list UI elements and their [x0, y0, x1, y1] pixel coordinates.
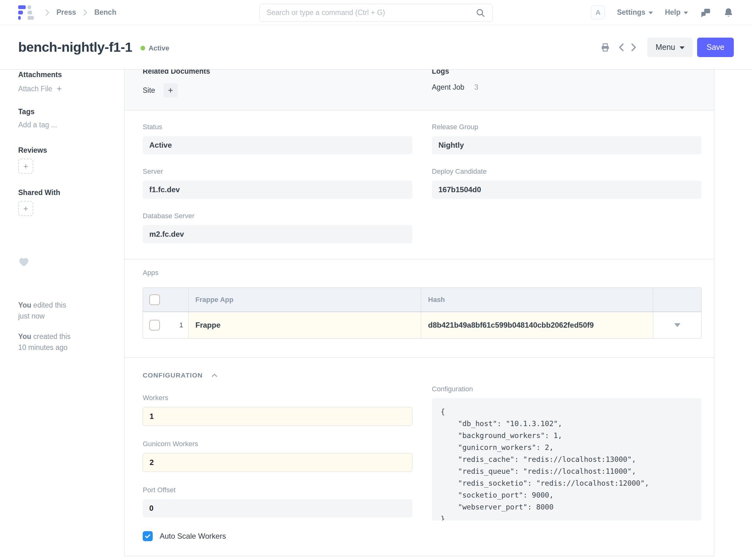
save-button[interactable]: Save — [697, 38, 734, 57]
field-label: Workers — [143, 394, 432, 402]
attach-file-button[interactable]: Attach File + — [18, 84, 124, 94]
chevron-up-icon — [210, 371, 219, 380]
workers-field: Workers 1 — [143, 394, 432, 426]
deploy-candidate-value[interactable]: 167b1504d0 — [432, 181, 701, 199]
settings-menu[interactable]: Settings — [617, 8, 653, 17]
gunicorn-workers-field: Gunicorn Workers 2 — [143, 440, 432, 472]
form-dashboard: Related Documents Site + Logs Agent Job … — [124, 69, 714, 111]
logs-heading: Logs — [432, 69, 696, 76]
details-section: Status Active Server f1.fc.dev Database … — [124, 111, 714, 259]
created-when: 10 minutes ago — [18, 343, 67, 352]
configuration-json-label: Configuration — [432, 385, 701, 393]
agent-job-count: 3 — [474, 83, 478, 92]
app-logo-icon[interactable] — [18, 5, 32, 20]
select-all-checkbox[interactable] — [149, 295, 160, 305]
breadcrumb-bench[interactable]: Bench — [94, 8, 116, 17]
tags-heading: Tags — [18, 107, 124, 116]
configuration-json-content: { "db_host": "10.1.3.102", "background_w… — [441, 406, 693, 520]
search-icon — [475, 8, 486, 18]
edited-info: You edited this just now — [18, 300, 124, 322]
related-documents-heading: Related Documents — [143, 69, 432, 76]
table-row: 1 Frappe d8b421b49a8bf61c599b048140cbb20… — [143, 312, 701, 338]
breadcrumb-press[interactable]: Press — [56, 8, 76, 17]
chevron-right-icon — [81, 8, 90, 17]
chevron-down-icon — [684, 12, 688, 14]
chevron-left-icon[interactable] — [617, 42, 626, 52]
like-heart-icon[interactable] — [18, 257, 124, 268]
user-avatar[interactable]: A — [591, 5, 605, 19]
search-placeholder: Search or type a command (Ctrl + G) — [266, 8, 475, 17]
hash-cell[interactable]: d8b421b49a8bf61c599b048140cbb2062fed50f9 — [428, 321, 594, 329]
help-menu[interactable]: Help — [665, 8, 688, 17]
plus-icon: + — [57, 84, 62, 94]
agent-job-link[interactable]: Agent Job — [432, 83, 464, 92]
row-expand-dropdown-icon[interactable] — [674, 323, 680, 327]
page-head: bench-nightly-f1-1 Active Menu Save — [0, 25, 752, 69]
chat-icon[interactable] — [700, 7, 711, 18]
created-info: You created this 10 minutes ago — [18, 331, 124, 353]
release-group-value[interactable]: Nightly — [432, 136, 701, 154]
auto-scale-label: Auto Scale Workers — [160, 532, 226, 541]
port-offset-input[interactable]: 0 — [143, 499, 412, 517]
configuration-section: CONFIGURATION Workers 1 Gunicorn Workers… — [124, 358, 714, 556]
top-navbar: Press Bench Search or type a command (Ct… — [0, 0, 752, 25]
apps-section: Apps Frappe App Hash 1 Frappe d8b421b49a… — [124, 259, 714, 358]
attachments-heading: Attachments — [18, 70, 124, 79]
port-offset-field: Port Offset 0 — [143, 486, 432, 517]
deploy-candidate-field: Deploy Candidate 167b1504d0 — [432, 167, 701, 199]
add-share-button[interactable]: + — [18, 201, 33, 216]
chevron-right-icon — [43, 8, 52, 17]
form-sidebar: Attachments Attach File + Tags Add a tag… — [0, 69, 124, 353]
add-site-button[interactable]: + — [163, 83, 178, 98]
menu-button[interactable]: Menu — [647, 38, 693, 57]
column-header-frappe-app[interactable]: Frappe App — [195, 296, 233, 304]
field-label: Deploy Candidate — [432, 167, 701, 176]
chevron-down-icon — [679, 46, 685, 49]
chevron-right-icon[interactable] — [629, 42, 638, 52]
status-indicator-label: Active — [149, 44, 169, 52]
add-tag-input[interactable]: Add a tag ... — [18, 120, 124, 129]
apps-table: Frappe App Hash 1 Frappe d8b421b49a8bf61… — [143, 287, 701, 339]
server-field: Server f1.fc.dev — [143, 167, 432, 199]
workers-input[interactable]: 1 — [143, 407, 412, 426]
database-server-value[interactable]: m2.fc.dev — [143, 225, 412, 243]
auto-scale-checkbox[interactable] — [143, 531, 153, 541]
configuration-collapse-toggle[interactable]: CONFIGURATION — [143, 371, 432, 380]
column-header-hash[interactable]: Hash — [428, 296, 445, 304]
field-label: Port Offset — [143, 486, 432, 494]
shared-with-heading: Shared With — [18, 188, 124, 197]
apps-table-header: Frappe App Hash — [143, 288, 701, 312]
site-link[interactable]: Site — [143, 86, 155, 95]
reviews-heading: Reviews — [18, 146, 124, 155]
edited-when: just now — [18, 312, 44, 320]
configuration-section-title: CONFIGURATION — [143, 372, 203, 379]
bell-icon[interactable] — [723, 7, 734, 18]
chevron-down-icon — [649, 12, 653, 14]
page-title: bench-nightly-f1-1 — [18, 40, 132, 55]
release-group-field: Release Group Nightly — [432, 123, 701, 154]
field-label: Database Server — [143, 212, 432, 220]
field-label: Server — [143, 167, 432, 176]
form-body: Related Documents Site + Logs Agent Job … — [124, 69, 714, 556]
search-input[interactable]: Search or type a command (Ctrl + G) — [259, 4, 493, 22]
gunicorn-workers-input[interactable]: 2 — [143, 453, 412, 472]
row-index: 1 — [179, 321, 183, 329]
field-label: Status — [143, 123, 432, 131]
status-value[interactable]: Active — [143, 136, 412, 154]
app-name-cell[interactable]: Frappe — [195, 321, 220, 329]
row-checkbox[interactable] — [149, 320, 160, 331]
status-dot-icon — [140, 46, 145, 51]
field-label: Gunicorn Workers — [143, 440, 432, 448]
database-server-field: Database Server m2.fc.dev — [143, 212, 432, 243]
field-label: Release Group — [432, 123, 701, 131]
auto-scale-workers-field: Auto Scale Workers — [143, 531, 432, 541]
configuration-json-block: { "db_host": "10.1.3.102", "background_w… — [432, 398, 701, 520]
breadcrumb: Press Bench — [43, 8, 116, 17]
print-icon[interactable] — [600, 42, 610, 52]
add-review-button[interactable]: + — [18, 159, 33, 174]
status-indicator: Active — [140, 44, 169, 52]
server-value[interactable]: f1.fc.dev — [143, 181, 412, 199]
status-field: Status Active — [143, 123, 432, 154]
apps-label: Apps — [143, 269, 696, 277]
